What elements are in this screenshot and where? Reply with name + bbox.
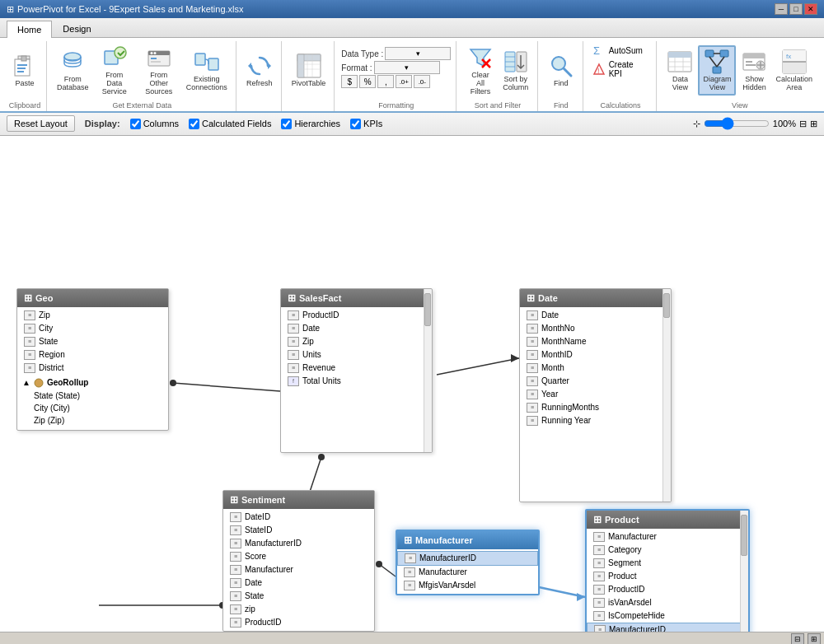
- format-dropdown[interactable]: ▾: [374, 61, 440, 74]
- svg-line-49: [709, 57, 717, 67]
- data-type-dropdown[interactable]: ▾: [385, 47, 451, 60]
- table-row[interactable]: ≡ Month: [520, 362, 671, 375]
- svg-marker-17: [268, 63, 271, 69]
- reset-layout-button[interactable]: Reset Layout: [7, 115, 75, 132]
- table-row[interactable]: ≡ City: [17, 322, 168, 335]
- close-button[interactable]: ✕: [804, 3, 817, 15]
- create-kpi-button[interactable]: ! Create KPI: [590, 59, 652, 79]
- table-row[interactable]: ≡ Zip: [17, 309, 168, 322]
- hierarchy-item[interactable]: City (City): [17, 402, 168, 414]
- table-row[interactable]: ≡ Manufacturer: [223, 563, 374, 576]
- table-row[interactable]: ≡ RunningMonths: [520, 401, 671, 414]
- hierarchy-item[interactable]: State (State): [17, 390, 168, 402]
- columns-checkbox[interactable]: [130, 119, 141, 129]
- calculations-label: Calculations: [585, 101, 657, 110]
- table-row[interactable]: ≡ Product: [587, 570, 748, 583]
- table-row[interactable]: ≡ zip: [223, 603, 374, 616]
- product-scrollbar[interactable]: [740, 511, 748, 644]
- table-row[interactable]: ≡ State: [17, 335, 168, 348]
- date-thumb[interactable]: [663, 293, 670, 318]
- table-row[interactable]: ≡ Year: [520, 388, 671, 401]
- table-row[interactable]: ≡ ProductID: [223, 616, 374, 629]
- sort-by-column-button[interactable]: Sort byColumn: [499, 47, 532, 94]
- paste-button[interactable]: Paste: [8, 51, 41, 90]
- table-row[interactable]: ≡ MfgisVanArsdel: [397, 579, 538, 592]
- table-row[interactable]: ≡ Date: [520, 309, 671, 322]
- calculated-fields-checkbox-item[interactable]: Calculated Fields: [189, 119, 271, 129]
- from-database-button[interactable]: FromDatabase: [54, 47, 91, 94]
- kpis-checkbox-item[interactable]: KPIs: [350, 119, 382, 129]
- autosum-button[interactable]: Σ AutoSum: [590, 43, 645, 58]
- refresh-button[interactable]: Refresh: [243, 51, 276, 90]
- diagram-view-button[interactable]: DiagramView: [698, 45, 736, 96]
- table-row[interactable]: ≡ Units: [281, 348, 432, 362]
- zoom-slider[interactable]: [704, 117, 770, 130]
- salesfact-scrollbar[interactable]: [424, 289, 432, 452]
- hierarchies-checkbox-item[interactable]: Hierarchies: [281, 119, 340, 129]
- hierarchy-header[interactable]: ▲ GeoRollup: [17, 376, 168, 390]
- table-row[interactable]: ≡ Date: [281, 322, 432, 335]
- manufacturer-icon: ⊞: [404, 534, 412, 546]
- table-row[interactable]: ≡ DateID: [223, 511, 374, 524]
- increase-decimal-button[interactable]: .0+: [396, 75, 412, 88]
- table-row[interactable]: ≡ Date: [223, 576, 374, 590]
- col-name: ManufacturerID: [245, 539, 302, 548]
- table-row[interactable]: ≡ MonthID: [520, 348, 671, 362]
- kpis-checkbox[interactable]: [350, 119, 361, 129]
- existing-connections-button[interactable]: ExistingConnections: [183, 47, 231, 94]
- product-thumb[interactable]: [741, 515, 747, 556]
- minimize-button[interactable]: ─: [775, 3, 788, 15]
- table-row[interactable]: ≡ Zip: [281, 335, 432, 348]
- date-scrollbar[interactable]: [662, 289, 671, 502]
- table-row[interactable]: ≡ Manufacturer: [587, 530, 748, 544]
- table-row[interactable]: ≡ MonthName: [520, 335, 671, 348]
- table-row[interactable]: ≡ isVanArsdel: [587, 596, 748, 609]
- restore-button[interactable]: □: [789, 3, 803, 15]
- hierarchy-item[interactable]: Zip (Zip): [17, 414, 168, 427]
- table-row[interactable]: ≡ Region: [17, 348, 168, 362]
- calculated-fields-checkbox[interactable]: [189, 119, 199, 129]
- from-other-sources-button[interactable]: From OtherSources: [137, 43, 181, 98]
- table-row[interactable]: ≡ Manufacturer: [397, 566, 538, 579]
- title-bar-controls[interactable]: ─ □ ✕: [775, 3, 817, 15]
- table-row[interactable]: ≡ StateID: [223, 524, 374, 537]
- table-row[interactable]: ≡ ProductID: [587, 583, 748, 596]
- col-name: ProductID: [245, 618, 281, 627]
- data-view-button[interactable]: DataView: [663, 47, 696, 94]
- format-label: Format :: [341, 63, 372, 72]
- table-row[interactable]: ≡ Quarter: [520, 375, 671, 388]
- table-row[interactable]: ≡ ManufacturerID: [223, 537, 374, 550]
- find-button[interactable]: Find: [545, 51, 578, 90]
- table-row-selected[interactable]: ≡ ManufacturerID: [397, 551, 538, 566]
- table-row[interactable]: ≡ State: [223, 590, 374, 603]
- table-row[interactable]: ≡ Segment: [587, 557, 748, 570]
- tab-home[interactable]: Home: [7, 21, 52, 38]
- percent-button[interactable]: %: [359, 75, 376, 88]
- table-row[interactable]: ≡ ProductID: [281, 309, 432, 322]
- col-icon: ≡: [593, 532, 605, 542]
- view-items: DataView DiagramView ShowHidden fx Calcu…: [663, 43, 816, 110]
- table-row[interactable]: ≡ Category: [587, 544, 748, 557]
- status-icon-2[interactable]: ⊞: [808, 633, 821, 644]
- clear-all-filters-button[interactable]: Clear AllFilters: [463, 43, 497, 98]
- status-icon-1[interactable]: ⊟: [791, 633, 804, 644]
- currency-button[interactable]: $: [341, 75, 358, 88]
- table-row[interactable]: ≡ Running Year: [520, 414, 671, 427]
- table-row[interactable]: f Total Units: [281, 375, 432, 388]
- comma-button[interactable]: ,: [377, 75, 394, 88]
- salesfact-thumb[interactable]: [424, 293, 431, 326]
- table-row[interactable]: ≡ IsCompeteHide: [587, 609, 748, 623]
- table-row[interactable]: ≡ Revenue: [281, 362, 432, 375]
- columns-checkbox-item[interactable]: Columns: [130, 119, 179, 129]
- decrease-decimal-button[interactable]: .0-: [414, 75, 430, 88]
- pivottable-button[interactable]: PivotTable: [288, 51, 330, 90]
- table-row[interactable]: ≡ Score: [223, 550, 374, 563]
- hierarchies-checkbox[interactable]: [281, 119, 292, 129]
- tab-design[interactable]: Design: [52, 20, 101, 37]
- show-hidden-button[interactable]: ShowHidden: [737, 47, 770, 94]
- svg-line-35: [564, 68, 571, 76]
- table-row[interactable]: ≡ District: [17, 362, 168, 375]
- from-data-service-button[interactable]: From DataService: [93, 43, 134, 98]
- calculation-area-button[interactable]: fx CalculationArea: [772, 47, 816, 94]
- table-row[interactable]: ≡ MonthNo: [520, 322, 671, 335]
